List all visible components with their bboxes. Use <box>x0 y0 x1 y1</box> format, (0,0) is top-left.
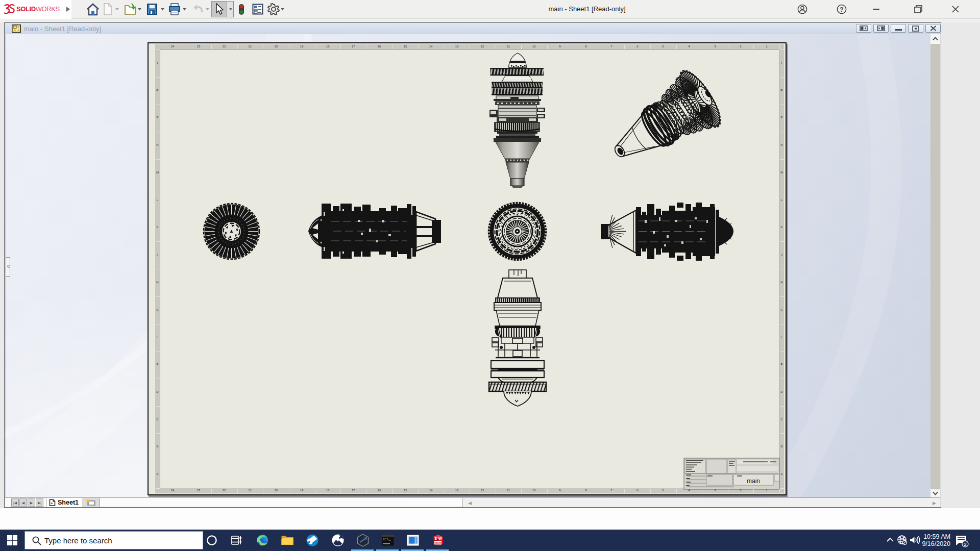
svg-text:S: S <box>434 536 437 541</box>
svg-text:?: ? <box>840 6 843 13</box>
svg-text:main: main <box>747 478 760 485</box>
svg-text:2020: 2020 <box>434 541 442 545</box>
svg-text:C:\_: C:\_ <box>383 538 391 541</box>
svg-text:SOLIDWORKS: SOLIDWORKS <box>16 5 60 13</box>
svg-text:2: 2 <box>964 541 966 547</box>
svg-text:W: W <box>438 536 443 541</box>
